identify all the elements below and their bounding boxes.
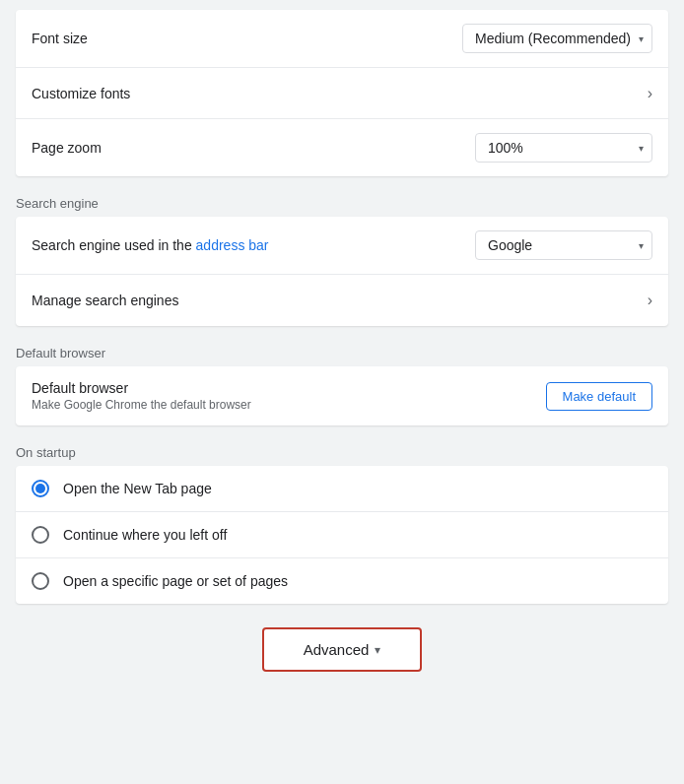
font-size-dropdown[interactable]: Medium (Recommended) ▾: [462, 24, 652, 53]
customize-fonts-chevron-icon: ›: [648, 85, 652, 102]
startup-option-label-1: Continue where you left off: [63, 527, 227, 543]
manage-search-engines-row[interactable]: Manage search engines ›: [16, 275, 668, 326]
manage-search-engines-chevron-icon: ›: [648, 292, 652, 309]
make-default-button[interactable]: Make default: [546, 382, 652, 411]
search-engine-row-text: Search engine used in the address bar: [32, 237, 269, 253]
page-zoom-dropdown[interactable]: 100% ▾: [475, 133, 652, 163]
startup-option-1[interactable]: Continue where you left off: [16, 512, 668, 558]
default-browser-row: Default browser Make Google Chrome the d…: [16, 366, 668, 425]
font-size-value: Medium (Recommended): [475, 31, 631, 46]
customize-fonts-row[interactable]: Customize fonts ›: [16, 68, 668, 119]
startup-radio-inner-0: [35, 484, 45, 493]
advanced-section: Advanced ▾: [16, 627, 668, 672]
on-startup-section: On startup Open the New Tab page Continu…: [16, 441, 668, 604]
default-browser-card: Default browser Make Google Chrome the d…: [16, 366, 668, 425]
search-engine-value: Google: [488, 237, 532, 253]
default-browser-text-group: Default browser Make Google Chrome the d…: [32, 380, 251, 412]
advanced-button-label: Advanced: [304, 641, 370, 658]
on-startup-card: Open the New Tab page Continue where you…: [16, 466, 668, 604]
search-engine-card: Search engine used in the address bar Go…: [16, 217, 668, 326]
page-zoom-row: Page zoom 100% ▾: [16, 119, 668, 176]
advanced-button[interactable]: Advanced ▾: [262, 627, 423, 672]
search-engine-section-label: Search engine: [16, 192, 668, 217]
address-bar-link[interactable]: address bar: [196, 237, 269, 253]
page-zoom-value: 100%: [488, 140, 523, 156]
on-startup-section-label: On startup: [16, 441, 668, 466]
customize-fonts-label: Customize fonts: [32, 86, 130, 101]
advanced-arrow-icon: ▾: [375, 643, 380, 657]
font-size-dropdown-arrow: ▾: [639, 33, 644, 44]
search-engine-dropdown[interactable]: Google ▾: [475, 230, 652, 260]
search-engine-row: Search engine used in the address bar Go…: [16, 217, 668, 275]
startup-radio-0[interactable]: [32, 480, 49, 497]
startup-option-label-0: Open the New Tab page: [63, 481, 212, 496]
startup-option-label-2: Open a specific page or set of pages: [63, 573, 288, 589]
default-browser-subtitle: Make Google Chrome the default browser: [32, 398, 251, 412]
page-zoom-dropdown-arrow: ▾: [639, 143, 644, 154]
manage-search-engines-label: Manage search engines: [32, 293, 178, 308]
default-browser-section: Default browser Default browser Make Goo…: [16, 342, 668, 425]
startup-option-0[interactable]: Open the New Tab page: [16, 466, 668, 512]
search-engine-dropdown-arrow: ▾: [639, 240, 644, 251]
font-size-row: Font size Medium (Recommended) ▾: [16, 10, 668, 68]
default-browser-title: Default browser: [32, 380, 251, 396]
startup-option-2[interactable]: Open a specific page or set of pages: [16, 558, 668, 604]
settings-page: Font size Medium (Recommended) ▾ Customi…: [0, 0, 684, 701]
startup-radio-1[interactable]: [32, 526, 49, 544]
appearance-card: Font size Medium (Recommended) ▾ Customi…: [16, 10, 668, 176]
search-engine-section: Search engine Search engine used in the …: [16, 192, 668, 326]
page-zoom-label: Page zoom: [32, 140, 102, 156]
startup-radio-2[interactable]: [32, 572, 49, 590]
font-size-label: Font size: [32, 31, 88, 46]
default-browser-section-label: Default browser: [16, 342, 668, 366]
